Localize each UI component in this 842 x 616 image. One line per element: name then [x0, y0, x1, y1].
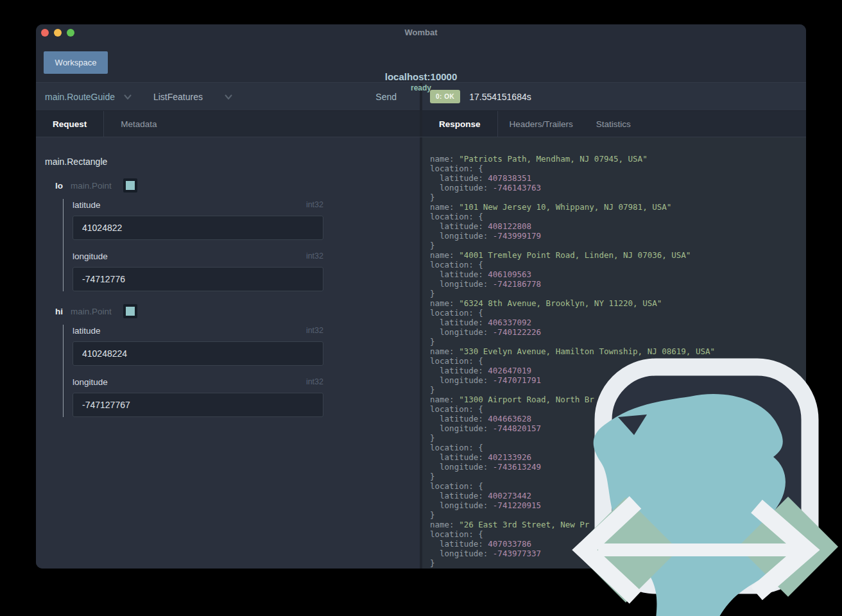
call-duration: 17.554151684s	[469, 92, 531, 102]
response-line: longitude: -743977337	[430, 549, 806, 558]
screenshot-stage: Wombat Workspace localhost:10000 ready m…	[0, 0, 842, 616]
tab-statistics[interactable]: Statistics	[585, 111, 642, 137]
request-pane: main.Rectangle lo main.Point latitude in…	[36, 137, 420, 569]
message-type-title: main.Rectangle	[45, 157, 411, 168]
response-tabs: Response Headers/Trailers Statistics	[422, 111, 806, 137]
app-window: Wombat Workspace localhost:10000 ready m…	[36, 24, 806, 569]
response-line: longitude: -742186778	[430, 279, 806, 289]
field-group-header: lo main.Point	[55, 178, 411, 193]
response-body: name: "Patriots Path, Mendham, NJ 07945,…	[430, 154, 806, 568]
field-label: latitude	[73, 200, 101, 210]
latitude-input[interactable]	[73, 216, 323, 240]
response-line: name: "6324 8th Avenue, Brooklyn, NY 112…	[430, 298, 806, 308]
response-line: }	[430, 241, 806, 250]
field-group-header: hi main.Point	[55, 304, 411, 318]
method-select[interactable]: ListFeatures	[153, 92, 232, 102]
response-line: name: "101 New Jersey 10, Whippany, NJ 0…	[430, 202, 806, 212]
request-tabs: Request Metadata	[36, 111, 420, 137]
field-type: main.Point	[71, 181, 112, 191]
request-toolbar: main.RouteGuide ListFeatures Send	[36, 83, 420, 110]
field-group-hi: hi main.Point latitude int32 longitude i…	[45, 304, 411, 417]
response-line: latitude: 408122808	[430, 221, 806, 231]
content-area: main.Rectangle lo main.Point latitude in…	[36, 137, 806, 569]
response-line: }	[430, 289, 806, 298]
response-line: location: {	[430, 529, 806, 539]
server-address: localhost:10000	[36, 71, 806, 82]
response-line: location: {	[430, 481, 806, 491]
field-group-body: latitude int32 longitude int32	[63, 199, 323, 291]
response-line: latitude: 402133926	[430, 452, 806, 462]
response-line: }	[430, 558, 806, 568]
response-line: }	[430, 433, 806, 443]
field-group-lo: lo main.Point latitude int32 longitude i…	[45, 178, 411, 291]
field-scalar-type: int32	[306, 326, 323, 335]
titlebar: Wombat Workspace localhost:10000 ready	[36, 24, 806, 82]
method-select-value: ListFeatures	[153, 92, 203, 102]
workspace-button[interactable]: Workspace	[44, 51, 108, 74]
tab-headers-trailers[interactable]: Headers/Trailers	[498, 111, 585, 137]
longitude-input[interactable]	[73, 267, 323, 291]
checkbox-fill-icon	[126, 181, 135, 190]
field-group-body: latitude int32 longitude int32	[63, 325, 323, 417]
response-line: latitude: 407838351	[430, 173, 806, 183]
response-line: location: {	[430, 404, 806, 414]
window-title: Wombat	[36, 28, 806, 37]
response-line: longitude: -744820157	[430, 424, 806, 433]
response-line: }	[430, 472, 806, 481]
response-line: name: "1300 Airport Road, North Br	[430, 395, 806, 404]
service-select-value: main.RouteGuide	[45, 92, 115, 102]
field-checkbox[interactable]	[123, 178, 137, 193]
response-line: }	[430, 510, 806, 520]
response-line: latitude: 404663628	[430, 414, 806, 424]
tab-request[interactable]: Request	[36, 111, 104, 137]
response-line: name: "330 Evelyn Avenue, Hamilton Towns…	[430, 346, 806, 356]
checkbox-fill-icon	[126, 307, 135, 316]
response-line: latitude: 407033786	[430, 539, 806, 549]
response-line: longitude: -747071791	[430, 375, 806, 385]
tab-metadata[interactable]: Metadata	[104, 111, 173, 137]
longitude-input[interactable]	[73, 393, 323, 417]
response-line: latitude: 406337092	[430, 318, 806, 327]
response-line: name: "4001 Tremley Point Road, Linden, …	[430, 250, 806, 260]
response-line: location: {	[430, 308, 806, 318]
field-scalar-type: int32	[306, 377, 323, 386]
response-line: location: {	[430, 260, 806, 270]
field-name: hi	[55, 307, 63, 316]
response-line: }	[430, 193, 806, 202]
field-label-row: longitude int32	[73, 250, 323, 262]
field-checkbox[interactable]	[123, 304, 137, 318]
response-line: longitude: -740122226	[430, 327, 806, 337]
field-type: main.Point	[71, 307, 112, 316]
response-line: }	[430, 337, 806, 346]
response-line: location: {	[430, 164, 806, 173]
field-scalar-type: int32	[306, 200, 323, 209]
field-label-row: longitude int32	[73, 376, 323, 388]
response-line: longitude: -746143763	[430, 183, 806, 193]
response-line: name: "Patriots Path, Mendham, NJ 07945,…	[430, 154, 806, 164]
response-line: latitude: 400273442	[430, 491, 806, 501]
field-scalar-type: int32	[306, 252, 323, 261]
response-line: location: {	[430, 356, 806, 366]
response-line: name: "26 East 3rd Street, New Pr	[430, 520, 806, 529]
latitude-input[interactable]	[73, 341, 323, 366]
send-button[interactable]: Send	[375, 92, 397, 102]
response-pane[interactable]: name: "Patriots Path, Mendham, NJ 07945,…	[422, 137, 806, 569]
field-label: latitude	[73, 326, 101, 336]
response-line: longitude: -741220915	[430, 501, 806, 510]
response-line: longitude: -743613249	[430, 462, 806, 472]
field-label: longitude	[73, 252, 108, 261]
response-line: latitude: 406109563	[430, 270, 806, 279]
response-line: longitude: -743999179	[430, 231, 806, 241]
tab-bar: Request Metadata Response Headers/Traile…	[36, 110, 806, 137]
response-line: latitude: 402647019	[430, 366, 806, 375]
response-line: }	[430, 385, 806, 395]
field-label-row: latitude int32	[73, 325, 323, 336]
response-line: location: {	[430, 212, 806, 221]
service-select[interactable]: main.RouteGuide	[45, 92, 132, 102]
response-line: location: {	[430, 443, 806, 452]
field-name: lo	[55, 181, 63, 191]
chevron-down-icon	[124, 94, 132, 99]
field-label: longitude	[73, 377, 108, 387]
tab-response[interactable]: Response	[422, 111, 498, 137]
field-label-row: latitude int32	[73, 199, 323, 210]
